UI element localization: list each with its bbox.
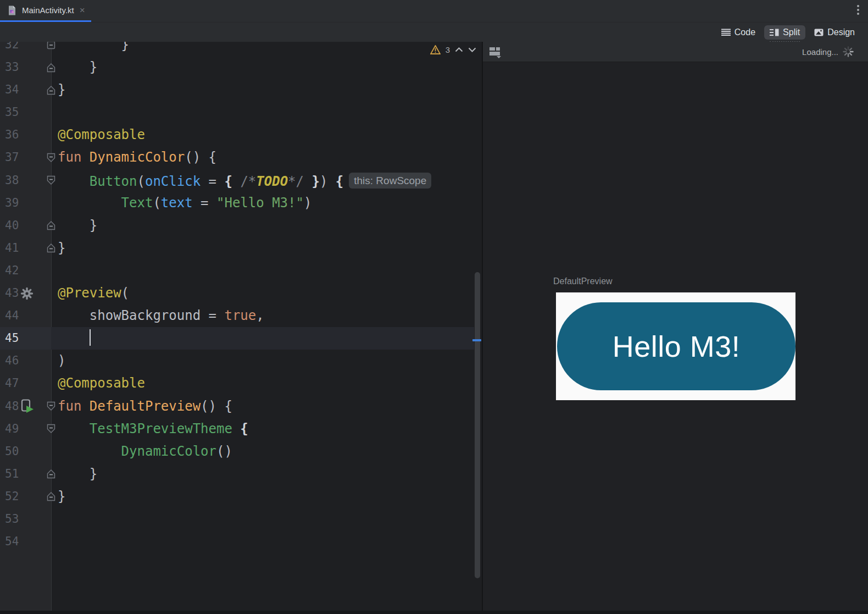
code-text[interactable]: @Preview( xyxy=(51,282,474,305)
preview-layout-switcher-icon[interactable] xyxy=(488,45,502,58)
code-text[interactable] xyxy=(51,508,474,530)
code-line-34: 34} xyxy=(0,79,474,101)
code-text[interactable]: Text(text = "Hello M3!") xyxy=(51,192,474,214)
tab-close-icon[interactable]: × xyxy=(80,5,85,15)
kotlin-file-icon xyxy=(7,5,18,16)
code-text[interactable]: @Composable xyxy=(51,372,474,395)
token: () xyxy=(216,444,232,459)
token: } xyxy=(58,82,65,97)
mode-design-label: Design xyxy=(827,27,855,37)
mode-design-button[interactable]: Design xyxy=(809,25,860,40)
code-text[interactable]: } xyxy=(51,79,474,101)
mode-code-button[interactable]: Code xyxy=(716,25,761,40)
run-preview-icon[interactable] xyxy=(20,399,35,414)
token: ( xyxy=(137,174,145,189)
code-text[interactable] xyxy=(51,327,474,350)
code-line-35: 35 xyxy=(0,101,474,124)
token: DynamicColor xyxy=(121,444,216,459)
token xyxy=(58,174,90,189)
line-number: 46 xyxy=(5,350,19,372)
token: "Hello M3!" xyxy=(216,195,304,211)
code-text[interactable]: } xyxy=(51,214,474,237)
preview-loading-status: Loading... xyxy=(802,46,854,57)
token: = xyxy=(193,195,216,211)
preview-render-surface[interactable]: Hello M3! xyxy=(556,292,795,400)
code-text[interactable]: ) xyxy=(51,350,474,372)
gutter-cell: 47 xyxy=(0,372,51,395)
line-number: 52 xyxy=(5,485,19,508)
code-text[interactable] xyxy=(51,101,474,124)
gutter-cell: 41 xyxy=(0,237,51,259)
fold-end-icon[interactable] xyxy=(46,63,56,73)
code-text[interactable]: } xyxy=(51,42,474,56)
token: */ xyxy=(288,174,304,189)
code-line-48: 48fun DefaultPreview() { xyxy=(0,395,474,418)
warning-triangle-icon xyxy=(430,45,441,54)
code-text[interactable]: fun DefaultPreview() { xyxy=(51,395,474,418)
mode-split-label: Split xyxy=(783,27,800,37)
prev-warning-chevron-up-icon[interactable] xyxy=(455,47,463,52)
fold-box-icon[interactable] xyxy=(46,42,56,50)
code-text[interactable]: } xyxy=(51,485,474,508)
fold-end-icon[interactable] xyxy=(46,243,56,253)
code-text[interactable]: Button(onClick = { /*TODO*/ }) {this: Ro… xyxy=(51,169,474,192)
rendered-button[interactable]: Hello M3! xyxy=(557,302,795,390)
token: DynamicColor xyxy=(90,150,185,165)
code-text[interactable]: } xyxy=(51,56,474,79)
editor-scrollbar[interactable] xyxy=(475,272,480,578)
inspection-widget[interactable]: 3 xyxy=(430,45,476,54)
code-text[interactable]: @Composable xyxy=(51,124,474,146)
gutter-cell: 49 xyxy=(0,418,51,440)
token: @Composable xyxy=(58,375,145,391)
line-number: 50 xyxy=(5,440,19,463)
editor-lines: 32 }33 }34}3536@Composable37fun DynamicC… xyxy=(0,42,474,553)
code-line-46: 46) xyxy=(0,350,474,372)
tab-overflow-menu-icon[interactable] xyxy=(857,5,859,15)
token xyxy=(58,330,90,346)
code-text[interactable]: } xyxy=(51,463,474,485)
split-view-icon xyxy=(770,29,779,36)
token: ( xyxy=(153,195,160,211)
token: /* xyxy=(240,174,256,189)
fold-end-icon[interactable] xyxy=(46,220,56,230)
compose-preview-pane: Loading... DefaultPreview xyxy=(483,42,868,614)
gutter-cell: 48 xyxy=(0,395,51,418)
line-number: 47 xyxy=(5,372,19,395)
code-text[interactable]: fun DynamicColor() { xyxy=(51,146,474,169)
preview-settings-gear-icon[interactable] xyxy=(20,286,34,301)
code-text[interactable] xyxy=(51,530,474,553)
gutter-cell: 36 xyxy=(0,124,51,146)
token: { xyxy=(240,421,248,436)
preview-composable-name[interactable]: DefaultPreview xyxy=(553,276,613,286)
code-text[interactable]: DynamicColor() xyxy=(51,440,474,463)
gutter-cell: 39 xyxy=(0,192,51,214)
fold-end-icon[interactable] xyxy=(46,85,56,95)
fold-end-icon[interactable] xyxy=(46,469,56,479)
code-text[interactable]: showBackground = true, xyxy=(51,305,474,327)
fold-end-icon[interactable] xyxy=(46,491,56,501)
token: } xyxy=(58,489,65,504)
token: @Composable xyxy=(58,127,145,142)
view-mode-switcher: Code Split Design xyxy=(0,23,868,42)
mode-split-button[interactable]: Split xyxy=(764,25,805,40)
line-number: 45 xyxy=(5,327,19,350)
rendered-button-label: Hello M3! xyxy=(613,329,741,363)
fold-start-icon[interactable] xyxy=(46,175,56,185)
next-warning-chevron-down-icon[interactable] xyxy=(468,47,476,52)
token: } xyxy=(58,42,129,52)
fold-start-icon[interactable] xyxy=(46,424,56,434)
tab-mainactivity[interactable]: MainActivity.kt × xyxy=(0,0,91,20)
token: DefaultPreview xyxy=(90,399,201,414)
line-number: 34 xyxy=(5,79,19,101)
fold-start-icon[interactable] xyxy=(46,153,56,163)
line-number: 36 xyxy=(5,124,19,146)
line-number: 41 xyxy=(5,237,19,259)
code-text[interactable]: TestM3PreviewTheme { xyxy=(51,418,474,440)
code-text[interactable] xyxy=(51,259,474,282)
code-text[interactable]: } xyxy=(51,237,474,259)
code-editor[interactable]: 32 }33 }34}3536@Composable37fun DynamicC… xyxy=(0,42,482,614)
line-number: 39 xyxy=(5,192,19,214)
fold-start-icon[interactable] xyxy=(46,401,56,411)
preview-canvas-area[interactable]: DefaultPreview Hello M3! xyxy=(483,62,868,614)
token: fun xyxy=(58,399,90,414)
